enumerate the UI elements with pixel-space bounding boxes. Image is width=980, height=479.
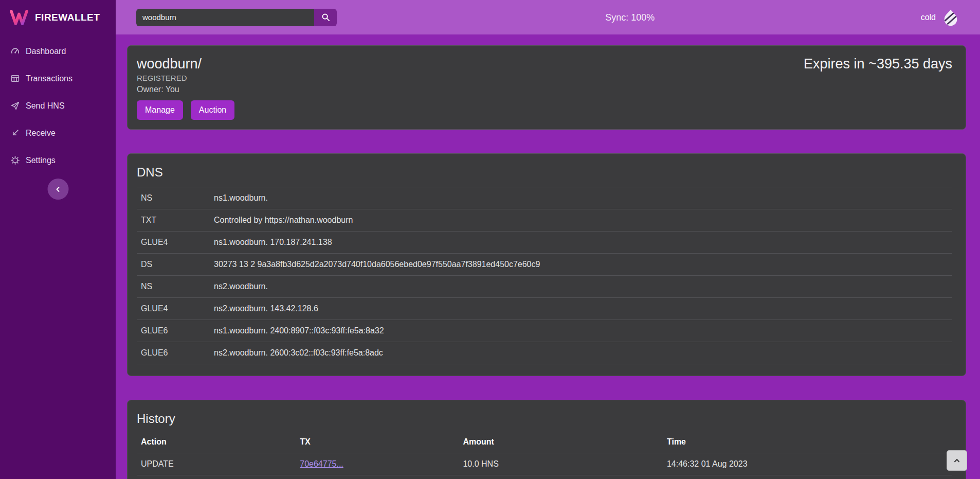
history-time: 15:45:36 07 Feb 2023 <box>663 475 952 479</box>
send-icon <box>10 101 20 111</box>
dns-card: DNS NS ns1.woodburn. TXT Controlled by h… <box>127 153 966 376</box>
expiry-info: Expires in ~395.35 days <box>804 56 952 72</box>
sidebar-item-label: Dashboard <box>26 47 66 56</box>
dashboard-icon <box>10 47 20 56</box>
manage-button[interactable]: Manage <box>137 100 183 120</box>
dns-record-type: TXT <box>137 209 210 232</box>
domain-owner: Owner: You <box>137 84 234 94</box>
gear-icon <box>10 156 20 165</box>
sidebar-item-transactions[interactable]: Transactions <box>0 65 116 92</box>
chevron-left-icon <box>54 185 62 193</box>
domain-actions: Manage Auction <box>137 100 234 120</box>
chevron-up-icon <box>952 456 961 465</box>
wallet-name: cold <box>921 13 936 22</box>
dns-record-value: ns1.woodburn. 2400:8907::f03c:93ff:fe5a:… <box>210 320 952 342</box>
history-amount: 10.0 HNS <box>459 475 663 479</box>
dns-record-row: GLUE4 ns1.woodburn. 170.187.241.138 <box>137 232 952 254</box>
sidebar-item-label: Settings <box>26 156 56 165</box>
dns-record-value: ns2.woodburn. 143.42.128.6 <box>210 298 952 320</box>
history-action: UPDATE <box>137 453 296 475</box>
dns-card-title: DNS <box>137 165 952 180</box>
sidebar-item-label: Send HNS <box>26 101 65 111</box>
dns-record-type: GLUE6 <box>137 342 210 364</box>
dns-record-value: ns1.woodburn. <box>210 187 952 209</box>
search-group <box>136 9 337 26</box>
history-amount: 10.0 HNS <box>459 453 663 475</box>
history-col-action: Action <box>137 431 296 453</box>
tx-link[interactable]: 70e64775... <box>300 459 343 468</box>
wallet-selector[interactable]: cold <box>921 9 960 26</box>
dns-record-row: GLUE6 ns2.woodburn. 2600:3c02::f03c:93ff… <box>137 342 952 364</box>
dns-record-value: ns2.woodburn. <box>210 276 952 298</box>
sidebar-collapse-button[interactable] <box>47 179 68 200</box>
dns-record-row: NS ns2.woodburn. <box>137 276 952 298</box>
brand[interactable]: FIREWALLET <box>0 0 116 34</box>
history-col-amount: Amount <box>459 431 663 453</box>
dns-record-value: ns2.woodburn. 2600:3c02::f03c:93ff:fe5a:… <box>210 342 952 364</box>
dns-record-type: GLUE4 <box>137 232 210 254</box>
history-card-title: History <box>137 412 952 426</box>
sidebar-item-dashboard[interactable]: Dashboard <box>0 38 116 65</box>
page-content: woodburn/ REGISTERED Owner: You Manage A… <box>116 34 980 479</box>
dns-record-row: DS 30273 13 2 9a3a8fb3d625d2a2073d740f10… <box>137 254 952 276</box>
app-title: FIREWALLET <box>35 12 100 23</box>
sidebar-item-label: Transactions <box>26 74 72 83</box>
app-root: FIREWALLET Dashboard Transactions <box>0 0 980 479</box>
sidebar: FIREWALLET Dashboard Transactions <box>0 0 116 479</box>
dns-record-type: NS <box>137 187 210 209</box>
dns-table: NS ns1.woodburn. TXT Controlled by https… <box>137 187 952 364</box>
domain-info: woodburn/ REGISTERED Owner: You Manage A… <box>137 56 234 120</box>
transactions-icon <box>10 74 20 83</box>
search-icon <box>321 13 330 22</box>
sidebar-item-send-hns[interactable]: Send HNS <box>0 92 116 119</box>
history-row: RENEW d7c3f2... 10.0 HNS 15:45:36 07 Feb… <box>137 475 952 479</box>
dns-record-value: Controlled by https://nathan.woodburn <box>210 209 952 232</box>
dns-record-value: ns1.woodburn. 170.187.241.138 <box>210 232 952 254</box>
dns-record-value: 30273 13 2 9a3a8fb3d625d2a2073d740f10da6… <box>210 254 952 276</box>
history-time: 14:46:32 01 Aug 2023 <box>663 453 952 475</box>
dns-record-type: GLUE4 <box>137 298 210 320</box>
dns-record-type: NS <box>137 276 210 298</box>
domain-name: woodburn/ <box>137 56 234 72</box>
dns-record-row: GLUE4 ns2.woodburn. 143.42.128.6 <box>137 298 952 320</box>
sidebar-item-receive[interactable]: Receive <box>0 119 116 147</box>
sidebar-nav: Dashboard Transactions Send HNS <box>0 34 116 174</box>
domain-status: REGISTERED <box>137 74 234 83</box>
search-input[interactable] <box>136 9 314 26</box>
history-col-time: Time <box>663 431 952 453</box>
dns-record-type: DS <box>137 254 210 276</box>
scroll-top-button[interactable] <box>947 450 967 471</box>
dns-record-type: GLUE6 <box>137 320 210 342</box>
receive-icon <box>10 129 20 138</box>
main-area: Sync: 100% cold <box>116 0 980 479</box>
history-header-row: Action TX Amount Time <box>137 431 952 453</box>
history-row: UPDATE 70e64775... 10.0 HNS 14:46:32 01 … <box>137 453 952 475</box>
dns-record-row: NS ns1.woodburn. <box>137 187 952 209</box>
history-card: History Action TX Amount Time UPDATE <box>127 400 966 479</box>
domain-card: woodburn/ REGISTERED Owner: You Manage A… <box>127 45 966 130</box>
dns-record-row: TXT Controlled by https://nathan.woodbur… <box>137 209 952 232</box>
auction-button[interactable]: Auction <box>191 100 234 120</box>
history-action: RENEW <box>137 475 296 479</box>
topbar: Sync: 100% cold <box>116 0 980 34</box>
history-table: Action TX Amount Time UPDATE 70e64775...… <box>137 431 952 479</box>
history-col-tx: TX <box>296 431 459 453</box>
sidebar-item-label: Receive <box>26 129 56 138</box>
dns-record-row: GLUE6 ns1.woodburn. 2400:8907::f03c:93ff… <box>137 320 952 342</box>
firewallet-logo-icon <box>9 10 29 25</box>
sync-status: Sync: 100% <box>605 12 655 23</box>
search-button[interactable] <box>314 9 337 26</box>
fire-logo-icon <box>941 9 960 26</box>
sidebar-item-settings[interactable]: Settings <box>0 147 116 174</box>
